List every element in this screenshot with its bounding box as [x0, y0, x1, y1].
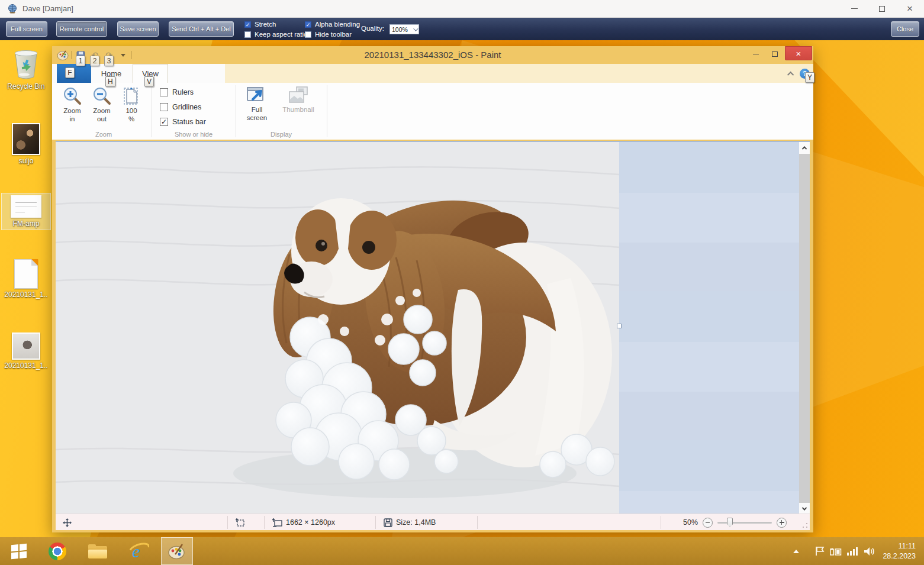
desktop-icon-label: suljo	[1, 157, 51, 165]
app-maximize-button[interactable]	[869, 0, 895, 17]
zoom-100-icon	[122, 86, 141, 105]
keep-aspect-ratio-checkbox[interactable]: Keep aspect ratio	[244, 30, 308, 39]
group-label-show-or-hide: Show or hide	[153, 131, 234, 138]
full-screen-ribbon-button[interactable]: Full screen	[242, 84, 272, 129]
canvas-resize-handle[interactable]	[617, 324, 622, 328]
desktop-icon-suljo[interactable]: suljo	[1, 123, 51, 165]
internet-explorer-icon: e	[129, 542, 149, 561]
remote-control-button[interactable]: Remote control	[56, 21, 107, 37]
keytip-home: H	[105, 76, 115, 87]
zoom-in-status-button[interactable]	[777, 518, 787, 528]
zoom-in-label: Zoom in	[62, 106, 83, 124]
alpha-blending-checkbox-box[interactable]	[305, 21, 311, 28]
chrome-icon	[49, 543, 66, 560]
desktop-icon-recycle-bin[interactable]: Recycle Bin	[1, 47, 51, 91]
taskbar-item-internet-explorer[interactable]: e	[124, 537, 154, 565]
quality-dropdown[interactable]: 100%	[389, 24, 419, 34]
stretch-checkbox[interactable]: Stretch	[244, 20, 308, 29]
chevron-up-icon	[802, 146, 807, 151]
gridlines-checkbox[interactable]: Gridlines	[160, 102, 201, 112]
zoom-in-button[interactable]: Zoom in	[58, 84, 86, 129]
network-signal-icon[interactable]	[847, 547, 858, 556]
desktop-icon-file-1[interactable]: 20210131_1..	[1, 259, 51, 299]
toolbar-checkbox-column-2: Alpha blending Hide toolbar	[305, 20, 360, 40]
group-separator	[152, 85, 152, 137]
image-size-icon	[272, 518, 282, 527]
rulers-checkbox-box[interactable]	[160, 88, 168, 96]
zoom-out-status-button[interactable]	[703, 518, 713, 528]
zoom-controls: 50%	[683, 514, 787, 531]
quality-label: Quality:	[361, 25, 384, 32]
paint-window-title: 20210131_133443302_iOS - Paint	[52, 50, 813, 60]
scroll-down-button[interactable]	[799, 503, 810, 515]
start-button[interactable]	[4, 537, 34, 565]
paint-window: ↶ ↷ 1 2 3 20210131_133443302_iOS - Paint…	[52, 46, 813, 532]
file-icon	[14, 259, 38, 289]
keytip-undo: 2	[90, 56, 99, 66]
action-center-button[interactable]	[815, 546, 825, 556]
zoom-slider[interactable]	[717, 518, 772, 527]
group-separator	[236, 85, 236, 137]
gridlines-checkbox-box[interactable]	[160, 103, 168, 111]
paint-maximize-button[interactable]	[766, 46, 784, 62]
ribbon-group-display: Full screen Thumbnail Display	[237, 83, 326, 140]
ribbon-view-tab-content: Zoom in Zoom out	[52, 83, 813, 140]
status-bar-checkbox[interactable]: Status bar	[160, 117, 206, 127]
keytip-redo: 3	[104, 56, 114, 66]
close-session-button[interactable]: Close	[891, 21, 919, 37]
taskbar-clock[interactable]: 11:11 28.2.2023	[883, 541, 916, 561]
show-hidden-icons-button[interactable]	[793, 550, 799, 553]
app-minimize-button[interactable]	[841, 0, 867, 17]
minimize-ribbon-icon[interactable]	[787, 71, 794, 78]
image-dimensions-value: 1662 × 1260px	[286, 518, 335, 527]
dave-app-icon	[7, 4, 18, 14]
zoom-out-label: Zoom out	[91, 106, 112, 124]
paint-close-icon[interactable]: ×	[785, 46, 812, 60]
window-resize-grip[interactable]	[801, 522, 809, 529]
thumbnail-icon	[288, 86, 308, 104]
zoom-slider-thumb[interactable]	[727, 518, 733, 527]
clock-date: 28.2.2023	[883, 551, 916, 561]
power-status-icon[interactable]	[830, 547, 842, 556]
zoom-100-button[interactable]: 100 %	[118, 84, 144, 129]
send-ctrl-alt-del-button[interactable]: Send Ctrl + Alt + Del	[169, 21, 234, 37]
file-size-indicator: Size: 1,4MB	[384, 514, 436, 531]
keep-aspect-ratio-checkbox-box[interactable]	[244, 31, 251, 38]
photo-thumbnail-icon	[12, 123, 40, 155]
battery-plug-icon	[830, 547, 842, 556]
document-thumbnail-icon	[11, 195, 41, 218]
paint-canvas[interactable]	[56, 142, 619, 515]
full-screen-button[interactable]: Full screen	[6, 21, 47, 37]
separator	[477, 516, 478, 529]
status-bar-checkbox-box[interactable]	[160, 118, 168, 126]
signal-bars-icon	[847, 547, 858, 556]
app-close-icon[interactable]: ×	[897, 0, 923, 17]
volume-icon[interactable]	[864, 547, 875, 556]
rulers-label: Rulers	[172, 88, 194, 96]
separator	[227, 516, 228, 529]
thumbnail-button[interactable]: Thumbnail	[276, 84, 321, 129]
alpha-blending-checkbox[interactable]: Alpha blending	[305, 20, 360, 29]
hide-toolbar-checkbox-box[interactable]	[305, 31, 311, 38]
desktop-icon-fm-amp[interactable]: FM-amp	[1, 193, 51, 230]
group-label-display: Display	[237, 131, 326, 138]
desktop-icon-file-2[interactable]: 20210131_1..	[1, 332, 51, 370]
tab-file[interactable]: F	[57, 64, 91, 83]
scroll-up-button[interactable]	[799, 142, 810, 154]
rulers-checkbox[interactable]: Rulers	[160, 87, 194, 98]
keytip-help: Y	[805, 72, 814, 83]
stretch-checkbox-box[interactable]	[244, 21, 251, 28]
taskbar-item-paint-active[interactable]	[161, 537, 193, 565]
save-screen-button[interactable]: Save screen	[117, 21, 159, 37]
taskbar-item-chrome[interactable]	[43, 537, 72, 565]
file-explorer-icon	[88, 544, 107, 558]
paint-minimize-button[interactable]	[747, 46, 765, 62]
taskbar-item-file-explorer[interactable]	[83, 537, 112, 565]
zoom-out-icon	[92, 86, 111, 105]
status-bar-label: Status bar	[172, 118, 206, 126]
canvas-image-dog-in-snow	[56, 142, 619, 515]
image-dimensions-indicator: 1662 × 1260px	[272, 514, 335, 531]
vertical-scrollbar[interactable]	[799, 142, 810, 515]
zoom-out-button[interactable]: Zoom out	[88, 84, 116, 129]
hide-toolbar-checkbox[interactable]: Hide toolbar	[305, 30, 360, 39]
